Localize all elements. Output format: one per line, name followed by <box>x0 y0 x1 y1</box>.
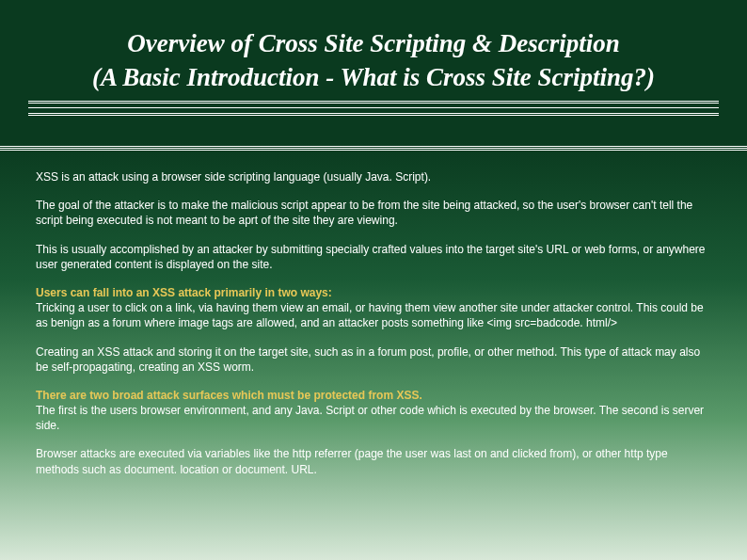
paragraph-2: The goal of the attacker is to make the … <box>36 198 711 228</box>
paragraph-3: This is usually accomplished by an attac… <box>36 242 711 272</box>
title-divider <box>28 101 719 116</box>
slide-content: XSS is an attack using a browser side sc… <box>0 151 747 490</box>
paragraph-5: Creating an XSS attack and storing it on… <box>36 344 711 375</box>
paragraph-1: XSS is an attack using a browser side sc… <box>36 169 711 184</box>
paragraph-6: The first is the users browser environme… <box>36 404 704 432</box>
paragraph-7: Browser attacks are executed via variabl… <box>36 446 711 476</box>
paragraph-block-1: Users can fall into an XSS attack primar… <box>36 285 711 331</box>
slide-header: Overview of Cross Site Scripting & Descr… <box>0 0 747 131</box>
paragraph-block-2: There are two broad attack surfaces whic… <box>36 388 711 434</box>
title-line-1: Overview of Cross Site Scripting & Descr… <box>127 29 620 57</box>
paragraph-4: Tricking a user to click on a link, via … <box>36 301 704 329</box>
highlight-2: There are two broad attack surfaces whic… <box>36 389 422 402</box>
slide-title: Overview of Cross Site Scripting & Descr… <box>28 26 719 95</box>
title-line-2: (A Basic Introduction - What is Cross Si… <box>92 63 655 91</box>
highlight-1: Users can fall into an XSS attack primar… <box>36 286 332 299</box>
